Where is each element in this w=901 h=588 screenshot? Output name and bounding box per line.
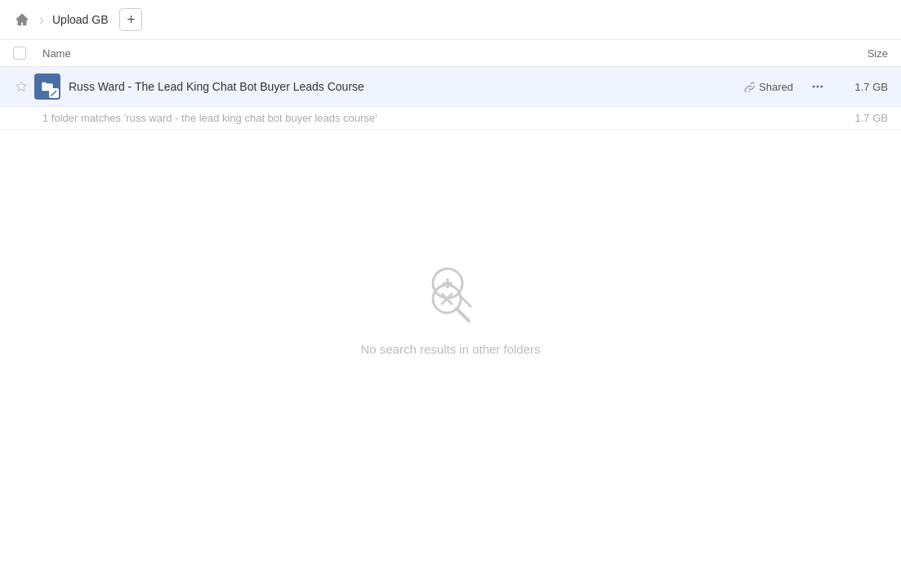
- shared-label: Shared: [759, 81, 793, 93]
- search-empty-icon: [425, 277, 477, 329]
- star-icon[interactable]: [13, 80, 29, 93]
- status-bar: 1 folder matches 'russ ward - the lead k…: [0, 107, 901, 130]
- status-size: 1.7 GB: [855, 112, 888, 124]
- status-text: 1 folder matches 'russ ward - the lead k…: [42, 112, 855, 124]
- select-all-checkbox[interactable]: [13, 47, 26, 60]
- home-icon[interactable]: [13, 11, 31, 29]
- column-header-size: Size: [823, 47, 888, 60]
- page-title: Upload GB: [52, 13, 108, 26]
- shared-badge: Shared: [743, 81, 793, 93]
- empty-state-text: No search results in other folders: [360, 342, 540, 356]
- more-options-button[interactable]: [806, 75, 829, 98]
- add-button[interactable]: +: [119, 8, 142, 31]
- file-name: Russ Ward - The Lead King Chat Bot Buyer…: [69, 80, 743, 93]
- svg-line-5: [457, 309, 469, 321]
- select-all-checkbox-col: [13, 47, 42, 60]
- file-size: 1.7 GB: [839, 81, 888, 93]
- column-header-name: Name: [42, 47, 823, 60]
- link-icon: [743, 81, 755, 92]
- folder-icon: [34, 74, 60, 100]
- toolbar: › Upload GB +: [0, 0, 901, 40]
- file-row[interactable]: Russ Ward - The Lead King Chat Bot Buyer…: [0, 67, 901, 107]
- table-header: Name Size: [0, 40, 901, 67]
- breadcrumb-separator: ›: [39, 11, 44, 29]
- empty-state: No search results in other folders: [0, 261, 901, 356]
